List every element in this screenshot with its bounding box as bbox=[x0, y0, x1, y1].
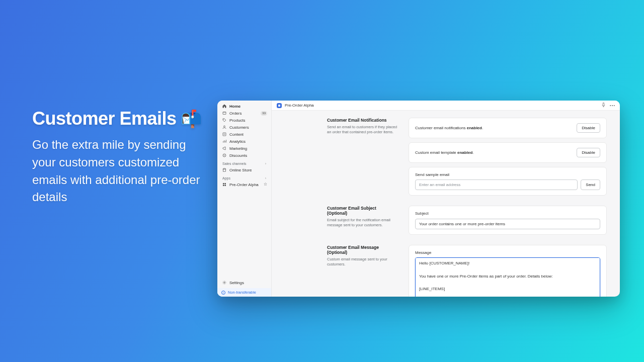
sidebar-item-marketing[interactable]: Marketing bbox=[217, 145, 271, 152]
section-message: Customer Email Message (Optional) Custom… bbox=[327, 245, 607, 297]
sidebar-item-products[interactable]: Products bbox=[217, 117, 271, 124]
section-notifications: Customer Email Notifications Send an ema… bbox=[327, 118, 607, 196]
products-icon bbox=[222, 118, 226, 122]
svg-point-5 bbox=[224, 155, 224, 155]
app-window: Home Orders 33 Products Customers bbox=[217, 101, 620, 297]
sidebar-item-orders[interactable]: Orders 33 bbox=[217, 110, 271, 117]
sidebar: Home Orders 33 Products Customers bbox=[217, 101, 272, 297]
svg-point-6 bbox=[225, 156, 225, 156]
sidebar-item-label: Orders bbox=[229, 111, 242, 116]
card-send-sample: Send sample email Send bbox=[409, 167, 607, 196]
sidebar-heading-sales[interactable]: Sales channels › bbox=[217, 159, 271, 166]
sample-email-input[interactable] bbox=[415, 179, 578, 190]
svg-rect-11 bbox=[225, 185, 226, 187]
sidebar-item-label: Home bbox=[229, 104, 240, 109]
topbar: Pre-Order Alpha bbox=[272, 101, 620, 111]
hero-subtitle: Go the extra mile by sending your custom… bbox=[32, 136, 203, 206]
svg-point-14 bbox=[612, 105, 613, 106]
sample-label: Send sample email bbox=[415, 172, 600, 177]
card-subject: Subject bbox=[409, 206, 607, 235]
info-icon: i bbox=[221, 291, 225, 295]
card-notifications-status: Customer email notifications enabled. Di… bbox=[409, 118, 607, 138]
section-desc: Send an email to customers if they place… bbox=[327, 125, 397, 135]
section-title: Customer Email Notifications bbox=[327, 118, 397, 123]
chevron-right-icon: › bbox=[265, 162, 266, 165]
message-textarea[interactable] bbox=[415, 257, 600, 297]
send-sample-button[interactable]: Send bbox=[581, 179, 600, 190]
svg-rect-3 bbox=[223, 133, 226, 136]
mailbox-icon: 📬 bbox=[181, 109, 202, 129]
svg-point-13 bbox=[610, 105, 611, 106]
sidebar-footer[interactable]: i Non-transferable bbox=[217, 288, 271, 297]
section-subject: Customer Email Subject (Optional) Email … bbox=[327, 206, 607, 235]
sidebar-item-label: Customers bbox=[229, 125, 249, 130]
section-desc: Email subject for the notification email… bbox=[327, 218, 397, 228]
sidebar-item-settings[interactable]: Settings bbox=[217, 279, 271, 286]
section-title: Customer Email Subject (Optional) bbox=[327, 206, 397, 216]
sidebar-item-label: Marketing bbox=[229, 146, 247, 151]
pin-icon[interactable] bbox=[601, 103, 606, 108]
sidebar-item-analytics[interactable]: Analytics bbox=[217, 138, 271, 145]
sidebar-heading-apps[interactable]: Apps › bbox=[217, 173, 271, 181]
disable-notifications-button[interactable]: Disable bbox=[577, 123, 600, 133]
content-icon bbox=[222, 132, 226, 136]
page-title: Pre-Order Alpha bbox=[285, 103, 598, 108]
sidebar-item-label: Products bbox=[229, 118, 246, 123]
store-icon bbox=[222, 168, 226, 172]
subject-input[interactable] bbox=[415, 219, 600, 229]
sidebar-item-customers[interactable]: Customers bbox=[217, 124, 271, 131]
card-template-status: Custom email template enabled. Disable bbox=[409, 142, 607, 163]
analytics-icon bbox=[222, 139, 226, 143]
home-icon bbox=[222, 104, 226, 108]
hero-section: Customer Emails 📬 Go the extra mile by s… bbox=[32, 108, 203, 206]
pin-icon bbox=[264, 183, 267, 187]
sidebar-item-label: Content bbox=[229, 132, 244, 137]
hero-title: Customer Emails 📬 bbox=[32, 108, 203, 129]
svg-rect-7 bbox=[223, 169, 226, 172]
more-icon[interactable] bbox=[610, 103, 615, 108]
sidebar-item-content[interactable]: Content bbox=[217, 131, 271, 138]
sidebar-item-label: Analytics bbox=[229, 139, 246, 144]
svg-rect-8 bbox=[223, 183, 224, 185]
section-desc: Custom email message sent to your custom… bbox=[327, 257, 397, 267]
svg-point-1 bbox=[223, 119, 224, 120]
sidebar-item-label: Settings bbox=[229, 281, 244, 285]
svg-rect-0 bbox=[223, 112, 226, 115]
svg-rect-9 bbox=[225, 183, 226, 185]
subject-label: Subject bbox=[415, 211, 600, 216]
chevron-right-icon: › bbox=[265, 176, 266, 180]
status-notifications: Customer email notifications enabled. bbox=[415, 126, 483, 130]
orders-badge: 33 bbox=[261, 111, 267, 116]
discounts-icon bbox=[222, 153, 226, 157]
app-icon bbox=[222, 183, 226, 187]
sidebar-item-online-store[interactable]: Online Store bbox=[217, 166, 271, 173]
customers-icon bbox=[222, 125, 226, 129]
orders-icon bbox=[222, 111, 226, 115]
content-area: Customer Email Notifications Send an ema… bbox=[272, 111, 620, 297]
gear-icon bbox=[222, 281, 226, 285]
app-badge-icon bbox=[277, 103, 282, 108]
message-label: Message bbox=[415, 250, 600, 255]
disable-template-button[interactable]: Disable bbox=[577, 148, 600, 157]
status-template: Custom email template enabled. bbox=[415, 150, 474, 155]
svg-point-12 bbox=[224, 282, 225, 284]
section-title: Customer Email Message (Optional) bbox=[327, 245, 397, 255]
sidebar-item-label: Discounts bbox=[229, 153, 247, 158]
svg-point-2 bbox=[224, 126, 225, 127]
sidebar-item-label: Pre-Order Alpha bbox=[229, 183, 259, 187]
card-message: Message bbox=[409, 245, 607, 297]
sidebar-item-home[interactable]: Home bbox=[217, 103, 271, 110]
main-panel: Pre-Order Alpha Customer Email Notificat… bbox=[272, 101, 620, 297]
sidebar-item-label: Online Store bbox=[229, 168, 252, 172]
marketing-icon bbox=[222, 146, 226, 150]
sidebar-item-preorder-alpha[interactable]: Pre-Order Alpha bbox=[217, 181, 271, 188]
svg-rect-10 bbox=[223, 185, 224, 187]
sidebar-item-discounts[interactable]: Discounts bbox=[217, 152, 271, 159]
svg-point-15 bbox=[614, 105, 615, 106]
